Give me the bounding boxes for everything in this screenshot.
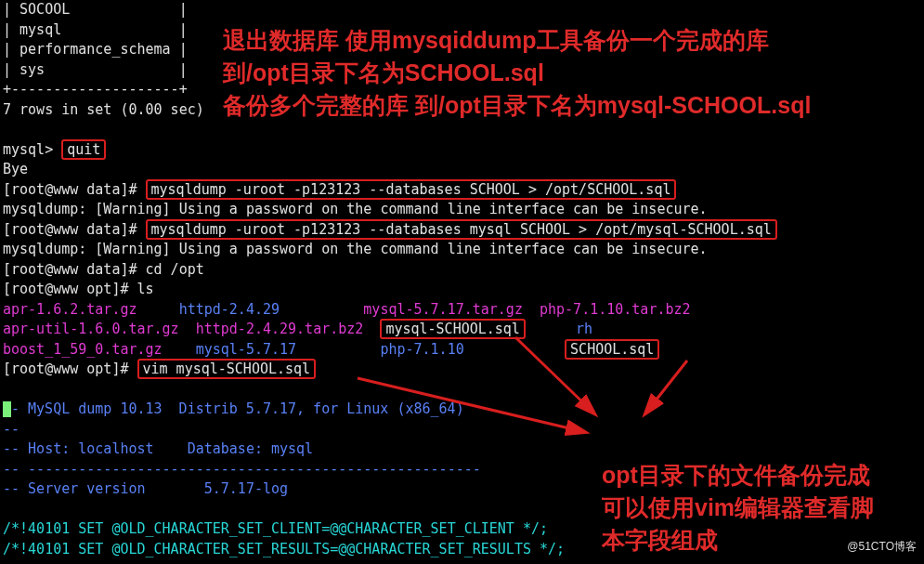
file-item: php-7.1.10.tar.bz2 [540,301,691,318]
shell-prompt-line[interactable]: [root@www opt]# vim mysql-SCHOOL.sql [3,360,777,380]
highlight-mysqldump-1: mysqldump -uroot -p123123 --databases SC… [146,179,677,200]
watermark: @51CTO博客 [847,537,917,557]
vim-content-line: -- [3,420,777,440]
dir-item: rh [576,321,592,337]
file-item: apr-util-1.6.0.tar.gz [3,321,179,337]
shell-prompt: [root@www opt]# [3,361,137,377]
bye-line: Bye [3,160,777,180]
annotation-line: 可以使用vim编辑器查看脚 [602,492,874,524]
annotation-line: 到/opt目录下名为SCHOOL.sql [223,57,811,89]
warning-line: mysqldump: [Warning] Using a password on… [3,200,777,220]
file-item: apr-1.6.2.tar.gz [3,301,137,318]
vim-content-line: -- Host: localhost Database: mysql [3,439,777,460]
shell-prompt-line[interactable]: [root@www data]# mysqldump -uroot -p1231… [3,220,777,241]
vim-cursor [3,401,11,417]
cd-line[interactable]: [root@www data]# cd /opt [3,260,777,281]
file-item: boost_1_59_0.tar.gz [3,341,163,358]
dir-item: mysql-5.7.17 [196,341,296,358]
warning-line: mysqldump: [Warning] Using a password on… [3,240,777,260]
annotation-bottom: opt目录下的文件备份完成 可以使用vim编辑器查看脚 本字段组成 [602,459,874,557]
ls-line[interactable]: [root@www opt]# ls [3,280,777,300]
ls-output-row: apr-util-1.6.0.tar.gz httpd-2.4.29.tar.b… [3,320,777,340]
highlight-vim-cmd: vim mysql-SCHOOL.sql [137,359,317,379]
annotation-line: 本字段组成 [602,524,874,557]
highlight-file-school: SCHOOL.sql [565,339,659,360]
ls-output-row: apr-1.6.2.tar.gz httpd-2.4.29 mysql-5.7.… [3,300,777,321]
highlight-quit: quit [61,139,106,160]
shell-prompt: [root@www data]# [3,181,146,198]
shell-prompt-line[interactable]: [root@www data]# mysqldump -uroot -p1231… [3,180,777,201]
ls-output-row: boost_1_59_0.tar.gz mysql-5.7.17 php-7.1… [3,340,777,361]
annotation-top: 退出数据库 使用mysqiddump工具备份一个完成的库 到/opt目录下名为S… [223,24,811,122]
shell-prompt: [root@www data]# [3,221,146,238]
dir-item: php-7.1.10 [380,341,463,358]
highlight-file-mysql-school: mysql-SCHOOL.sql [380,319,526,339]
file-item: mysql-5.7.17.tar.gz [363,301,523,318]
mysql-prompt-line[interactable]: mysql> quit [3,140,777,161]
mysql-prompt: mysql> [3,141,61,158]
annotation-line: opt目录下的文件备份完成 [602,459,874,492]
annotation-line: 退出数据库 使用mysqiddump工具备份一个完成的库 [223,24,811,57]
vim-content-line: - MySQL dump 10.13 Distrib 5.7.17, for L… [3,400,777,420]
table-row: | SOCOOL | [3,0,777,20]
file-item: httpd-2.4.29.tar.bz2 [196,321,364,337]
highlight-mysqldump-2: mysqldump -uroot -p123123 --databases my… [146,219,777,240]
annotation-line: 备份多个完整的库 到/opt目录下名为mysql-SCHOOL.sql [223,89,811,122]
dir-item: httpd-2.4.29 [179,301,280,318]
